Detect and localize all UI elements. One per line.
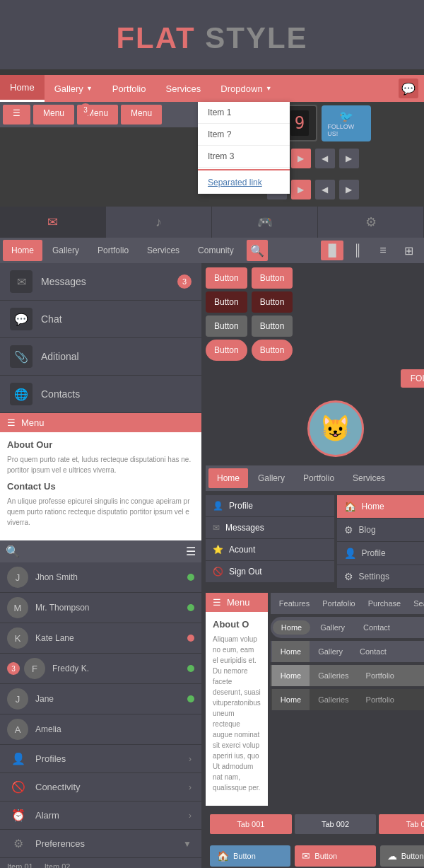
tab-001[interactable]: Tab 001 — [210, 814, 292, 834]
search-item[interactable]: Search — [408, 599, 424, 608]
profile-dd-blog[interactable]: ⚙ Blog — [337, 519, 424, 542]
sub-item-1[interactable]: Item 01 — [7, 862, 33, 868]
settings-preferences[interactable]: ⚙ Preferences ▼ — [0, 830, 201, 858]
pill-contact[interactable]: Contact — [355, 620, 399, 635]
chat-avatar-5: J — [7, 688, 28, 710]
dropdown-item-2[interactable]: Item ? — [198, 124, 290, 146]
profile-dd-profile[interactable]: 👤 Profile — [337, 542, 424, 565]
icon-nav-settings[interactable]: ⚙ — [318, 207, 424, 238]
flat3-galleries[interactable]: Galleries — [310, 689, 357, 710]
nav4-search[interactable]: 🔍 — [247, 240, 268, 261]
chat-row-1[interactable]: J Jhon Smith — [0, 562, 201, 593]
btn-red-1[interactable]: Button — [206, 267, 247, 289]
chat-row-5[interactable]: J Jane — [0, 684, 201, 714]
profile-nav-account[interactable]: ⭐ Acount — [206, 539, 334, 561]
nav1-gallery[interactable]: Gallery ▼ — [45, 75, 102, 102]
chat-avatar-1: J — [7, 567, 28, 588]
full-nav-portfolio[interactable]: Portfolio — [295, 468, 343, 488]
btn-dark-1[interactable]: Button — [206, 291, 247, 313]
mc-prev2[interactable]: ◀ — [315, 149, 335, 168]
nav4-portfolio[interactable]: Portfolio — [89, 240, 137, 261]
pill-gallery[interactable]: Gallery — [312, 620, 353, 635]
view-col[interactable]: ║ — [346, 241, 369, 260]
chat-row-3[interactable]: K Kate Lane — [0, 623, 201, 654]
sub-item-2[interactable]: Item 02 — [45, 862, 71, 868]
nav4-services[interactable]: Services — [139, 240, 188, 261]
dropdown-item-3[interactable]: Itrem 3 — [198, 146, 290, 168]
profile-dd-home[interactable]: 🏠 Home — [337, 495, 424, 519]
icon-nav-mail[interactable]: ✉ — [0, 207, 106, 238]
full-nav-gallery[interactable]: Gallery — [249, 468, 293, 488]
flat-home[interactable]: Home — [272, 641, 310, 662]
twitter-follow[interactable]: 🐦 FOLLOW US! — [322, 105, 371, 141]
view-film[interactable]: ▐▌ — [321, 241, 343, 260]
flat3-portfolio[interactable]: Portfolio — [358, 689, 403, 710]
sidebar-contacts[interactable]: 🌐 Contacts — [0, 376, 201, 413]
profile-nav-icon4: 🚫 — [213, 567, 223, 577]
chat-row-6[interactable]: A Amelia — [0, 714, 201, 745]
sidebar-additional[interactable]: 📎 Aditional — [0, 338, 201, 376]
settings-connectivity[interactable]: 🚫 Conectivity › — [0, 773, 201, 802]
portafolio-item[interactable]: Portafolio — [317, 599, 360, 608]
profile-nav-messages[interactable]: ✉ Messages — [206, 517, 334, 539]
nav4-gallery[interactable]: Gallery — [44, 240, 88, 261]
chat-icon[interactable]: 💬 — [399, 79, 418, 98]
nav1-services[interactable]: Services — [156, 75, 211, 102]
flat2-galleries[interactable]: Galleries — [310, 665, 357, 686]
nav4-community[interactable]: Comunity — [189, 240, 242, 261]
icon-btn-mail[interactable]: ✉ Button — [295, 845, 375, 867]
purchase-item[interactable]: Purchase — [363, 599, 406, 608]
mc-next2[interactable]: ▶ — [339, 180, 359, 199]
sidebar-chat[interactable]: 💬 Chat — [0, 301, 201, 338]
nav1-home[interactable]: Home — [0, 75, 45, 102]
profile-dd-settings[interactable]: ⚙ Settings — [337, 565, 424, 589]
main-section: ✉ Messages 3 💬 Chat 📎 Aditional 🌐 Contac… — [0, 263, 424, 868]
settings-alarm[interactable]: ⏰ Alarm › — [0, 802, 201, 830]
icon-nav-game[interactable]: 🎮 — [212, 207, 318, 238]
follow-button[interactable]: FOLLOW ! — [401, 369, 424, 388]
chat-row-4[interactable]: 3 F Freddy K. — [0, 654, 201, 684]
icon-nav-music[interactable]: ♪ — [106, 207, 212, 238]
icon-btn-home[interactable]: 🏠 Button — [210, 845, 290, 867]
btn-pill-1[interactable]: Button — [206, 340, 247, 361]
chat-dot-1 — [187, 574, 194, 581]
features-item[interactable]: Features — [273, 599, 315, 608]
btn-gray-1[interactable]: Button — [206, 316, 247, 337]
settings-profiles[interactable]: 👤 Profiles › — [0, 745, 201, 773]
flat-contact[interactable]: Contact — [351, 641, 395, 662]
icon-btn-cloud[interactable]: ☁ Button — [380, 845, 424, 867]
mc-play[interactable]: ▶ — [291, 149, 311, 168]
nav1-portfolio[interactable]: Portfolio — [102, 75, 156, 102]
flat2-portfolio[interactable]: Portfolio — [358, 665, 403, 686]
profile-nav-profile[interactable]: 👤 Profile — [206, 495, 334, 517]
hamburger-btn[interactable]: ☰ — [3, 105, 30, 125]
btn-red-2[interactable]: Button — [252, 267, 293, 289]
sidebar-messages[interactable]: ✉ Messages 3 — [0, 263, 201, 301]
chat-row-2[interactable]: M Mr. Thompson — [0, 593, 201, 623]
btn-gray-2[interactable]: Button — [252, 316, 293, 337]
view-grid[interactable]: ⊞ — [397, 241, 420, 260]
tab-003[interactable]: Tab 003 — [379, 814, 424, 834]
btn-pill-2[interactable]: Button — [252, 340, 293, 361]
tab-002[interactable]: Tab 002 — [295, 814, 377, 834]
btn-dark-2[interactable]: Button — [252, 291, 293, 313]
chat-avatar-6: A — [7, 719, 28, 740]
nav4-home[interactable]: Home — [3, 240, 42, 261]
full-nav-services[interactable]: Services — [344, 468, 394, 488]
menu-btn-3[interactable]: Menu — [121, 105, 162, 125]
pill-home[interactable]: Home — [273, 620, 310, 635]
mc-next[interactable]: ▶ — [339, 149, 359, 168]
flat3-home[interactable]: Home — [272, 689, 310, 710]
nav1-dropdown[interactable]: Dropdown ▼ — [211, 75, 281, 102]
menu-btn-1[interactable]: Menu — [33, 105, 74, 125]
mc-play2[interactable]: ▶ — [291, 180, 311, 199]
profile-nav-signout[interactable]: 🚫 Sign Out — [206, 561, 334, 582]
flat2-home[interactable]: Home — [272, 665, 310, 686]
mo2-content: About O Aliquam volup no eum, eam el eur… — [206, 612, 268, 806]
mc-prev4[interactable]: ◀ — [315, 180, 335, 199]
dropdown-item-sep[interactable]: Separated link — [198, 172, 290, 194]
view-list[interactable]: ≡ — [372, 241, 394, 260]
full-nav-home[interactable]: Home — [208, 468, 248, 488]
dropdown-item-1[interactable]: Item 1 — [198, 102, 290, 124]
flat-gallery[interactable]: Gallery — [310, 641, 351, 662]
